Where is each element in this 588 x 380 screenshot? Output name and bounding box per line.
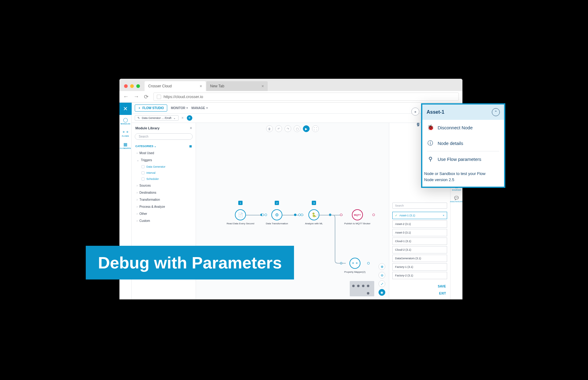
chevron-down-icon: ⌄: [173, 116, 176, 120]
rail-annotations[interactable]: 💬ANNOTATIONS: [450, 193, 462, 205]
breadcrumb[interactable]: ✎ Data Generator ... /Draft ⌄: [135, 115, 179, 121]
document-icon: 📄: [238, 212, 243, 217]
bug-icon: 🐞: [427, 124, 433, 131]
fit-button[interactable]: ⤢: [379, 280, 385, 287]
stop-button[interactable]: ■: [411, 108, 419, 116]
url-input[interactable]: https://cloud.crosser.io: [153, 93, 459, 101]
cat-other[interactable]: Other: [132, 210, 196, 217]
breadcrumb-bar: ✎ Data Generator ... /Draft ⌄ × +: [132, 114, 462, 123]
gear-icon: ⚙: [275, 212, 279, 217]
categories-header[interactable]: CATEGORIES ⌄: [135, 145, 156, 148]
run-button[interactable]: ▶: [303, 125, 310, 132]
node-read-data[interactable]: 1 📄 Read Data Every Second: [227, 209, 254, 225]
banner-title: Debug with Parameters: [86, 246, 294, 279]
cat-custom[interactable]: Custom: [132, 217, 196, 224]
flowapps-icon: ▦: [123, 142, 127, 147]
back-icon[interactable]: ←: [123, 93, 129, 100]
center-button[interactable]: ◉: [379, 289, 385, 296]
close-icon[interactable]: ×: [443, 214, 444, 217]
cat-process[interactable]: Process & Analyze: [132, 203, 196, 210]
module-icon: [141, 177, 145, 180]
modules-icon: ◯: [123, 117, 128, 122]
cat-destinations[interactable]: Destinations: [132, 189, 196, 196]
add-flow-button[interactable]: +: [187, 115, 192, 121]
popover-title: Asset-1: [427, 109, 444, 115]
node-version: Node version 2.5: [424, 177, 504, 182]
window-min-icon[interactable]: [130, 84, 134, 88]
node-transform[interactable]: 2 ⚙ Data Transformation: [266, 209, 288, 225]
comment-button[interactable]: ▢: [294, 125, 300, 132]
tab-crosser[interactable]: Crosser Cloud ×: [145, 81, 206, 91]
node-badge: 2: [275, 201, 279, 205]
flow-studio-button[interactable]: ⚬ FLOW STUDIO: [135, 104, 167, 112]
cat-transformation[interactable]: Transformation: [132, 196, 196, 203]
node-details-item[interactable]: ⓘ Node details: [422, 135, 504, 151]
node-mqtt-publish[interactable]: MQTT Publish to MQTT Broker: [344, 209, 371, 225]
cat-triggers[interactable]: Triggers: [132, 157, 196, 164]
forward-icon[interactable]: →: [134, 93, 139, 100]
node-badge: 3: [312, 201, 316, 205]
trigger-data-generator[interactable]: Data Generator: [132, 164, 196, 170]
node-property-mapper[interactable]: ⚬⚬ Property Mapper(2): [344, 258, 365, 273]
tab-new[interactable]: New Tab ×: [206, 81, 268, 91]
panel-title: Module Library: [135, 126, 160, 130]
monitor-menu[interactable]: MONITOR: [171, 106, 188, 110]
asset-item-6[interactable]: DataGenerators (3.1): [392, 255, 447, 262]
url-text: https://cloud.crosser.io: [164, 94, 203, 99]
grid-icon[interactable]: ▦: [189, 145, 192, 148]
close-icon[interactable]: ×: [190, 126, 192, 130]
flow-studio-icon: ⚬: [138, 106, 141, 110]
rail-flows[interactable]: ⚬⚬ FLOWS: [119, 127, 132, 139]
asset-item-5[interactable]: Cloud-2 (3.1): [392, 246, 447, 253]
asset-search-input[interactable]: Search: [392, 203, 447, 209]
trigger-interval[interactable]: Interval: [132, 170, 196, 176]
close-icon[interactable]: ×: [182, 116, 184, 120]
canvas-toolbar: 🗑 ↶ ↷ ▢ ▶ ⛶: [266, 125, 319, 132]
minimap[interactable]: [350, 281, 374, 296]
save-button[interactable]: SAVE: [438, 285, 446, 288]
window-max-icon[interactable]: [136, 84, 140, 88]
cat-most-used[interactable]: Most Used: [132, 150, 196, 157]
sliders-icon: ⚲: [427, 156, 433, 162]
check-icon: ✓: [395, 214, 398, 217]
fullscreen-button[interactable]: ⛶: [312, 125, 319, 132]
reload-icon[interactable]: ⟳: [144, 93, 149, 100]
comment-icon: 💬: [454, 196, 459, 200]
python-icon: 🐍: [311, 212, 317, 217]
rail-flowapps[interactable]: ▦ FLOWAPPS: [119, 139, 132, 152]
tab-strip: Crosser Cloud × New Tab ×: [119, 79, 462, 91]
module-icon: [141, 165, 145, 168]
app-logo-icon[interactable]: ✕: [119, 103, 132, 115]
manage-menu[interactable]: MANAGE: [191, 106, 207, 110]
module-search-input[interactable]: Search: [135, 133, 193, 140]
asset-item-4[interactable]: Cloud-1 (3.1): [392, 238, 447, 245]
asset-item-8[interactable]: Factory-2 (3.1): [392, 272, 447, 279]
undo-button[interactable]: ↶: [275, 125, 282, 132]
close-icon[interactable]: ×: [262, 84, 264, 89]
edit-icon: ✎: [138, 116, 140, 120]
asset-item-2[interactable]: Asset-2 (3.1): [392, 220, 447, 228]
asset-item-3[interactable]: Asset-3 (3.1): [392, 229, 447, 236]
disconnect-node-item[interactable]: 🐞 Disconnect Node: [422, 120, 504, 135]
popover-hint: Node or Sandbox to test your Flow: [424, 171, 504, 176]
redo-button[interactable]: ↷: [285, 125, 291, 132]
tab-label: Crosser Cloud: [148, 84, 172, 88]
cat-sources[interactable]: Sources: [132, 182, 196, 189]
tab-label: New Tab: [210, 84, 224, 88]
zoom-in-button[interactable]: ⊕: [379, 263, 385, 270]
window-close-icon[interactable]: [124, 84, 128, 88]
rail-modules[interactable]: ◯ MODULES: [119, 115, 132, 127]
asset-item-1[interactable]: ✓Asset-1 (3.1)×: [392, 212, 447, 219]
use-flow-parameters-item[interactable]: ⚲ Use Flow parameters: [422, 151, 504, 167]
page-icon: [157, 95, 161, 99]
mapper-icon: ⚬⚬: [351, 261, 359, 266]
close-icon[interactable]: ×: [200, 84, 202, 89]
delete-button[interactable]: 🗑: [266, 125, 273, 132]
node-badge: 1: [238, 201, 243, 205]
zoom-out-button[interactable]: ⊖: [379, 272, 385, 279]
asset-item-7[interactable]: Factory-1 (3.1): [392, 263, 447, 271]
trigger-scheduler[interactable]: Scheduler: [132, 176, 196, 182]
flows-icon: ⚬⚬: [122, 130, 129, 135]
exit-button[interactable]: EXIT: [439, 292, 446, 295]
chevron-up-icon[interactable]: ⌃: [492, 108, 500, 116]
